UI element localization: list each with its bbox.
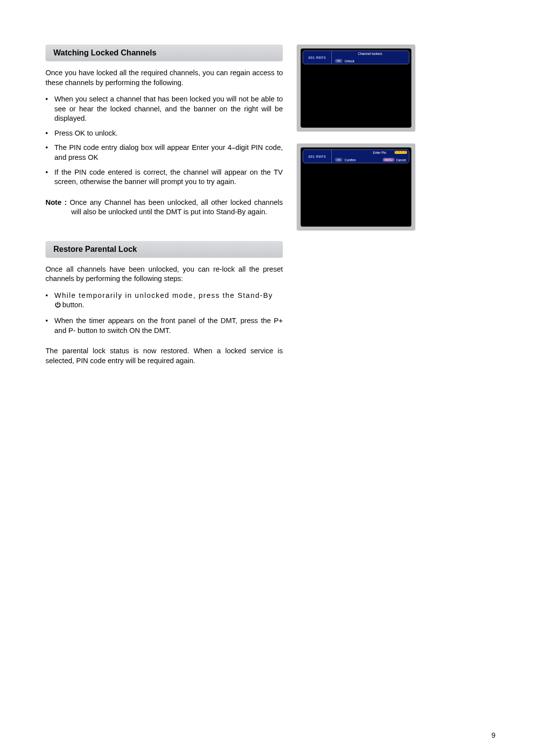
tv2-menu-pill: MENU [383,158,395,162]
page-number: 9 [491,731,495,739]
section2-bullet-1: While temporarily in unlocked mode, pres… [54,291,283,311]
section2-bullet-1-post: button. [62,301,84,309]
section1-note: Note : Once any Channel has been unlocke… [45,198,283,217]
tv2-cancel-label: Cancel [396,158,406,162]
tv1-channel-number: 801 REF3 [303,51,332,64]
note-text: Once any Channel has been unlocked, all … [70,198,283,216]
note-label: Note : [45,198,67,206]
section2-bullets: While temporarily in unlocked mode, pres… [45,291,283,335]
section1-intro: Once you have locked all the required ch… [45,68,283,88]
tv-screenshot-enter-pin: 801 REF3 Enter Pin * * * * OK Confirm ME… [297,143,415,231]
section1-bullets: When you select a channel that has been … [45,94,283,187]
section2-intro: Once all channels have been unlocked, yo… [45,265,283,284]
section-header-watching-locked: Watching Locked Channels [45,45,283,61]
section2-bullet-1-pre: While temporarily in unlocked mode, pres… [54,291,273,299]
section-header-restore-parental: Restore Parental Lock [45,241,283,258]
tv2-pin-mask: * * * * [395,151,407,154]
tv1-ok-pill: OK [335,59,343,63]
tv1-unlock-label: Unlock [345,59,355,63]
tv2-enter-pin-label: Enter Pin [373,151,386,154]
tv1-status-text: Channel locked. [332,52,409,55]
section2-bullet-2: When the timer appears on the front pane… [54,316,283,335]
section1-bullet-3: The PIN code entry dialog box will appea… [54,143,283,162]
tv2-ok-pill: OK [335,158,343,162]
section2-closing: The parental lock status is now restored… [45,346,283,366]
tv-screenshot-locked: 801 REF3 Channel locked. OK Unlock [297,45,415,132]
section1-bullet-1: When you select a channel that has been … [54,94,283,124]
tv2-confirm-label: Confirm [345,158,356,162]
tv2-channel-number: 801 REF3 [303,150,332,163]
power-icon [54,301,61,311]
section1-bullet-2: Press OK to unlock. [54,129,283,139]
section1-bullet-4: If the PIN code entered is correct, the … [54,168,283,187]
